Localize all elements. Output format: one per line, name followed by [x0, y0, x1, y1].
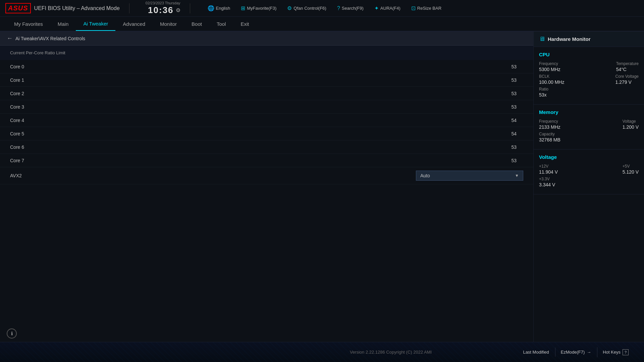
language-button[interactable]: 🌐 English: [205, 4, 233, 13]
core-4-row: Core 4 54: [0, 114, 533, 127]
ezmode-button[interactable]: EzMode(F7) →: [555, 348, 597, 357]
info-icon-area: ℹ: [7, 328, 17, 339]
core-3-row: Core 3 53: [0, 100, 533, 114]
aura-icon: ✦: [374, 5, 379, 11]
section-header: Current Per-Core Ratio Limit: [0, 46, 533, 60]
asus-logo: ASUS: [5, 3, 31, 13]
footer: Version 2.22.1286 Copyright (C) 2022 AMI…: [0, 342, 644, 362]
resize-bar-button[interactable]: ⊡ ReSize BAR: [409, 4, 444, 13]
core-6-value: 53: [496, 144, 523, 150]
resize-label: ReSize BAR: [417, 6, 441, 11]
last-modified-button[interactable]: Last Modified: [518, 348, 554, 357]
core-7-value: 53: [496, 158, 523, 163]
memory-section: Memory Frequency 2133 MHz Voltage 1.200 …: [534, 105, 644, 149]
core-1-row: Core 1 53: [0, 73, 533, 87]
v33-group: +3.3V 3.344 V: [539, 177, 555, 187]
app-title: UEFI BIOS Utility – Advanced Mode: [34, 5, 120, 11]
core-5-row: Core 5 54: [0, 127, 533, 140]
cpu-temperature-value: 54°C: [616, 67, 639, 72]
datetime-block: 02/23/2023 Thursday 10:36 ⚙: [146, 1, 180, 15]
cpu-ratio-value: 53x: [539, 92, 548, 98]
cpu-core-voltage-value: 1.279 V: [615, 79, 639, 85]
favorite-icon: ⊞: [241, 5, 245, 11]
core-6-row: Core 6 53: [0, 140, 533, 154]
core-2-row: Core 2 53: [0, 87, 533, 100]
core-0-label: Core 0: [10, 64, 496, 69]
core-1-label: Core 1: [10, 77, 496, 83]
resize-icon: ⊡: [411, 5, 416, 11]
v12-v5-row: +12V 11.904 V +5V 5.120 V: [539, 164, 639, 175]
nav-my-favorites[interactable]: My Favorites: [7, 17, 50, 31]
back-button[interactable]: ←: [7, 35, 13, 42]
logo-area: ASUS UEFI BIOS Utility – Advanced Mode: [5, 3, 120, 13]
gear-icon[interactable]: ⚙: [176, 7, 180, 13]
v12-label: +12V: [539, 164, 558, 169]
cpu-bclk-voltage-row: BCLK 100.00 MHz Core Voltage 1.279 V: [539, 74, 639, 85]
clock-row: 10:36 ⚙: [148, 5, 180, 15]
v5-label: +5V: [623, 164, 639, 169]
core-7-row: Core 7 53: [0, 154, 533, 167]
qfan-button[interactable]: ⚙ Qfan Control(F6): [284, 4, 329, 13]
core-5-value: 54: [496, 131, 523, 136]
voltage-section: Voltage +12V 11.904 V +5V 5.120 V +3.3V …: [534, 149, 644, 194]
chevron-down-icon: ▼: [515, 173, 519, 178]
search-icon: ?: [337, 5, 340, 11]
nav-advanced[interactable]: Advanced: [115, 17, 153, 31]
core-2-value: 53: [496, 91, 523, 96]
aura-label: AURA(F4): [380, 6, 400, 11]
voltage-section-title: Voltage: [539, 154, 639, 160]
core-4-label: Core 4: [10, 118, 496, 123]
fan-icon: ⚙: [287, 5, 292, 11]
v33-row: +3.3V 3.344 V: [539, 177, 639, 187]
v12-value: 11.904 V: [539, 169, 558, 175]
cpu-temperature-group: Temperature 54°C: [616, 61, 639, 72]
avx2-label: AVX2: [10, 173, 416, 178]
cpu-frequency-group: Frequency 5300 MHz: [539, 61, 560, 72]
cpu-freq-temp-row: Frequency 5300 MHz Temperature 54°C: [539, 61, 639, 72]
info-button[interactable]: ℹ: [7, 328, 17, 339]
cpu-bclk-value: 100.00 MHz: [539, 79, 564, 85]
hot-keys-button[interactable]: Hot Keys ?: [597, 347, 634, 357]
cpu-temperature-label: Temperature: [616, 61, 639, 66]
v5-group: +5V 5.120 V: [623, 164, 639, 175]
cpu-bclk-label: BCLK: [539, 74, 564, 79]
hw-monitor-header: 🖥 Hardware Monitor: [534, 32, 644, 47]
cpu-ratio-group: Ratio 53x: [539, 87, 548, 98]
avx2-row: AVX2 Auto ▼: [0, 167, 533, 184]
core-1-value: 53: [496, 77, 523, 83]
core-5-label: Core 5: [10, 131, 496, 136]
mem-frequency-label: Frequency: [539, 119, 560, 124]
footer-actions: Last Modified EzMode(F7) → Hot Keys ?: [518, 347, 634, 357]
search-button[interactable]: ? Search(F9): [334, 4, 366, 13]
cpu-core-voltage-group: Core Voltage 1.279 V: [615, 74, 639, 85]
breadcrumb: ← Ai Tweaker\AVX Related Controls: [0, 32, 533, 46]
search-label: Search(F9): [342, 6, 364, 11]
nav-exit[interactable]: Exit: [233, 17, 256, 31]
qfan-label: Qfan Control(F6): [293, 6, 326, 11]
hot-keys-label: Hot Keys: [603, 350, 621, 355]
nav-ai-tweaker[interactable]: Ai Tweaker: [76, 17, 115, 31]
aura-button[interactable]: ✦ AURA(F4): [372, 4, 403, 13]
avx2-dropdown[interactable]: Auto ▼: [416, 171, 523, 181]
nav-tool[interactable]: Tool: [209, 17, 233, 31]
main-layout: ← Ai Tweaker\AVX Related Controls Curren…: [0, 32, 644, 342]
core-2-label: Core 2: [10, 91, 496, 96]
hot-keys-icon: ?: [623, 349, 629, 355]
myfavorite-label: MyFavorite(F3): [247, 6, 276, 11]
cpu-ratio-row: Ratio 53x: [539, 87, 639, 98]
globe-icon: 🌐: [208, 5, 214, 11]
cpu-core-voltage-label: Core Voltage: [615, 74, 639, 79]
date-display: 02/23/2023 Thursday: [146, 1, 180, 5]
memory-section-title: Memory: [539, 109, 639, 115]
cpu-section: CPU Frequency 5300 MHz Temperature 54°C …: [534, 47, 644, 105]
nav-main[interactable]: Main: [50, 17, 76, 31]
navbar: My Favorites Main Ai Tweaker Advanced Mo…: [0, 17, 644, 32]
myfavorite-button[interactable]: ⊞ MyFavorite(F3): [238, 4, 279, 13]
v33-label: +3.3V: [539, 177, 555, 181]
nav-monitor[interactable]: Monitor: [153, 17, 184, 31]
settings-list: Current Per-Core Ratio Limit Core 0 53 C…: [0, 46, 533, 184]
hw-monitor-title: Hardware Monitor: [548, 36, 591, 42]
hardware-monitor-panel: 🖥 Hardware Monitor CPU Frequency 5300 MH…: [533, 32, 644, 342]
nav-boot[interactable]: Boot: [184, 17, 209, 31]
breadcrumb-path: Ai Tweaker\AVX Related Controls: [15, 36, 85, 41]
